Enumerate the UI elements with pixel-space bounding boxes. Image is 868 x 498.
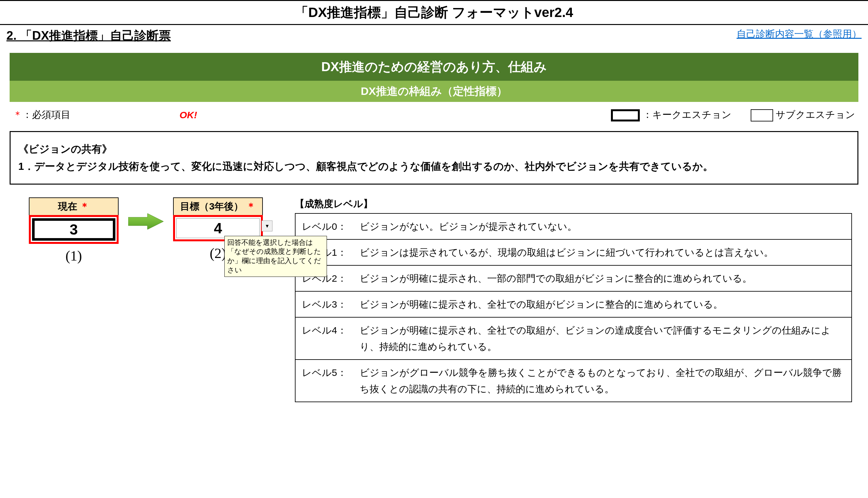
target-score-header: 目標（3年後） ＊: [173, 197, 263, 215]
document-title: 「DX推進指標」自己診断 フォーマットver2.4: [0, 0, 868, 25]
required-text: ：必須項目: [23, 108, 70, 121]
maturity-level-label: レベル3：: [302, 296, 360, 313]
target-score-input[interactable]: 4: [176, 218, 260, 238]
sub-question-icon: [751, 109, 773, 121]
question-heading: 《ビジョンの共有》: [18, 140, 850, 158]
required-mark: ＊: [246, 201, 256, 211]
maturity-row: レベル4： ビジョンが明確に提示され、全社での取組が、ビジョンの達成度合いで評価…: [295, 318, 851, 360]
reference-link[interactable]: 自己診断内容一覧（参照用）: [737, 28, 862, 41]
maturity-level-desc: ビジョンがグローバル競争を勝ち抜くことができるものとなっており、全社での取組が、…: [360, 364, 845, 397]
header-dark: DX推進のための経営のあり方、仕組み: [10, 53, 858, 81]
key-question-icon: [611, 109, 640, 121]
legend-row: ＊ ：必須項目 OK! ：キークエスチョン サブクエスチョン: [10, 102, 858, 128]
maturity-row: レベル2： ビジョンが明確に提示され、一部の部門での取組がビジョンに整合的に進め…: [295, 266, 851, 292]
arrow-right-icon: [128, 213, 163, 230]
annotation-1: (1): [29, 248, 119, 264]
current-score-block: 現在 ＊ 3 (1): [29, 197, 119, 264]
maturity-level-desc: ビジョンが明確に提示され、全社での取組が、ビジョンの達成度合いで評価するモニタリ…: [360, 322, 845, 355]
maturity-row: レベル5： ビジョンがグローバル競争を勝ち抜くことができるものとなっており、全社…: [295, 360, 851, 402]
target-score-label: 目標（3年後）: [180, 201, 243, 211]
subtitle-row: 2. 「DX推進指標」自己診断票 自己診断内容一覧（参照用）: [0, 25, 868, 47]
current-score-label: 現在: [58, 201, 77, 211]
maturity-level-desc: ビジョンが明確に提示され、全社での取組がビジョンに整合的に進められている。: [360, 296, 845, 313]
required-mark: ＊: [80, 201, 89, 211]
maturity-level-label: レベル5：: [302, 364, 360, 397]
maturity-level-label: レベル0：: [302, 218, 360, 235]
required-asterisk: ＊: [13, 108, 23, 121]
ok-indicator: OK!: [180, 109, 197, 120]
maturity-row: レベル1： ビジョンは提示されているが、現場の取組はビジョンに紐づいて行われてい…: [295, 240, 851, 266]
maturity-level-desc: ビジョンがない。ビジョンが提示されていない。: [360, 218, 845, 235]
maturity-level-desc: ビジョンは提示されているが、現場の取組はビジョンに紐づいて行われているとは言えな…: [360, 244, 845, 261]
maturity-table: レベル0： ビジョンがない。ビジョンが提示されていない。 レベル1： ビジョンは…: [295, 213, 852, 402]
question-box: 《ビジョンの共有》 1．データとデジタル技術を使って、変化に迅速に対応しつつ、顧…: [10, 131, 858, 185]
question-text: 1．データとデジタル技術を使って、変化に迅速に対応しつつ、顧客視点でどのような価…: [18, 158, 850, 175]
key-question-label: ：キークエスチョン: [643, 109, 732, 120]
svg-marker-0: [128, 213, 163, 230]
dropdown-arrow-icon[interactable]: ▾: [262, 221, 273, 231]
maturity-section: 【成熟度レベル】 レベル0： ビジョンがない。ビジョンが提示されていない。 レベ…: [295, 197, 858, 402]
section-subtitle: 2. 「DX推進指標」自己診断票: [6, 28, 171, 44]
maturity-row: レベル0： ビジョンがない。ビジョンが提示されていない。: [295, 214, 851, 240]
tooltip-note: 回答不能を選択した場合は「なぜその成熟度と判断したか」欄に理由を記入してください: [224, 236, 327, 277]
maturity-row: レベル3： ビジョンが明確に提示され、全社での取組がビジョンに整合的に進められて…: [295, 292, 851, 318]
maturity-title: 【成熟度レベル】: [295, 197, 852, 211]
current-score-header: 現在 ＊: [29, 197, 119, 215]
maturity-level-desc: ビジョンが明確に提示され、一部の部門での取組がビジョンに整合的に進められている。: [360, 270, 845, 287]
maturity-level-label: レベル4：: [302, 322, 360, 355]
target-score-block: 目標（3年後） ＊ 4 ▾ (2) 回答不能を選択した場合は「なぜその成熟度と判…: [173, 197, 263, 262]
current-score-input[interactable]: 3: [32, 218, 115, 241]
header-light: DX推進の枠組み（定性指標）: [10, 81, 858, 102]
sub-question-label: サブクエスチョン: [776, 109, 855, 120]
